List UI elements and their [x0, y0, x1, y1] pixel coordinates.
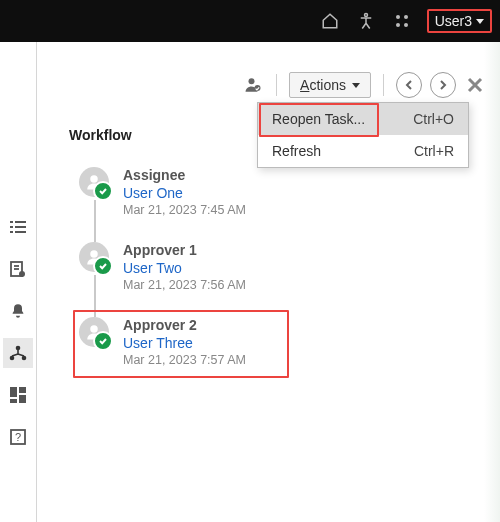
- next-button[interactable]: [430, 72, 456, 98]
- workflow-title: Workflow: [69, 127, 132, 143]
- workflow-user-link[interactable]: User Three: [123, 335, 246, 351]
- check-icon: [93, 181, 113, 201]
- sidebar-item-alerts[interactable]: [3, 296, 33, 326]
- check-icon: [93, 331, 113, 351]
- sidebar-item-workflow[interactable]: [3, 338, 33, 368]
- svg-rect-6: [15, 221, 26, 223]
- workflow-step-approver1: Approver 1 User Two Mar 21, 2023 7:56 AM: [79, 242, 289, 292]
- svg-rect-10: [15, 231, 26, 233]
- svg-point-0: [364, 14, 367, 17]
- svg-rect-21: [10, 399, 17, 403]
- workflow-user-link[interactable]: User One: [123, 185, 246, 201]
- panel-toolbar: Actions: [242, 72, 486, 98]
- avatar: [79, 167, 109, 197]
- workflow-step-assignee: Assignee User One Mar 21, 2023 7:45 AM: [79, 167, 289, 217]
- workflow-role: Approver 2: [123, 317, 246, 333]
- menu-item-label: Reopen Task...: [272, 111, 365, 127]
- sidebar-item-dashboard[interactable]: [3, 380, 33, 410]
- actions-label-rest: ctions: [309, 77, 346, 93]
- main-panel: Actions Reopen Task... Ctrl+O Refresh: [37, 42, 500, 522]
- svg-rect-5: [10, 221, 13, 223]
- actions-button[interactable]: Actions: [289, 72, 371, 98]
- workflow-user-link[interactable]: User Two: [123, 260, 246, 276]
- svg-point-16: [10, 356, 15, 361]
- workflow-step-approver2: Approver 2 User Three Mar 21, 2023 7:57 …: [79, 317, 289, 367]
- workflow-connector: [94, 200, 96, 242]
- toolbar-separator: [383, 74, 384, 96]
- workflow-role: Approver 1: [123, 242, 246, 258]
- svg-rect-7: [10, 226, 13, 228]
- svg-point-1: [396, 15, 400, 19]
- svg-rect-8: [15, 226, 26, 228]
- svg-point-14: [19, 271, 25, 277]
- menu-item-reopen-task[interactable]: Reopen Task... Ctrl+O: [258, 103, 468, 135]
- menu-item-refresh[interactable]: Refresh Ctrl+R: [258, 135, 468, 167]
- workflow-role: Assignee: [123, 167, 246, 183]
- workflow-timestamp: Mar 21, 2023 7:45 AM: [123, 203, 246, 217]
- svg-rect-20: [19, 395, 26, 403]
- sidebar-item-report[interactable]: [3, 254, 33, 284]
- svg-rect-19: [19, 387, 26, 393]
- toolbar-separator: [276, 74, 277, 96]
- user-menu[interactable]: User3: [427, 9, 492, 33]
- svg-point-2: [404, 15, 408, 19]
- menu-item-label: Refresh: [272, 143, 321, 159]
- sidebar-item-list[interactable]: [3, 212, 33, 242]
- close-button[interactable]: [464, 74, 486, 96]
- actions-menu: Reopen Task... Ctrl+O Refresh Ctrl+R: [257, 102, 469, 168]
- workflow-timestamp: Mar 21, 2023 7:56 AM: [123, 278, 246, 292]
- accessibility-icon[interactable]: [355, 10, 377, 32]
- svg-point-15: [16, 346, 21, 351]
- prev-button[interactable]: [396, 72, 422, 98]
- user-label: User3: [435, 13, 472, 29]
- home-icon[interactable]: [319, 10, 341, 32]
- svg-point-4: [404, 23, 408, 27]
- apps-grid-icon[interactable]: [391, 10, 413, 32]
- caret-down-icon: [476, 19, 484, 24]
- avatar: [79, 317, 109, 347]
- svg-text:?: ?: [15, 431, 21, 443]
- svg-rect-9: [10, 231, 13, 233]
- svg-point-3: [396, 23, 400, 27]
- svg-point-17: [22, 356, 27, 361]
- assign-user-icon[interactable]: [242, 74, 264, 96]
- app-top-bar: User3: [0, 0, 500, 42]
- menu-item-shortcut: Ctrl+O: [413, 111, 454, 127]
- workflow-connector: [94, 275, 96, 317]
- avatar: [79, 242, 109, 272]
- svg-rect-18: [10, 387, 17, 397]
- left-sidebar: ?: [0, 42, 37, 522]
- check-icon: [93, 256, 113, 276]
- caret-down-icon: [352, 83, 360, 88]
- sidebar-item-help[interactable]: ?: [3, 422, 33, 452]
- background-pane-edge: [484, 42, 500, 522]
- workflow-timestamp: Mar 21, 2023 7:57 AM: [123, 353, 246, 367]
- menu-item-shortcut: Ctrl+R: [414, 143, 454, 159]
- svg-point-24: [249, 78, 255, 84]
